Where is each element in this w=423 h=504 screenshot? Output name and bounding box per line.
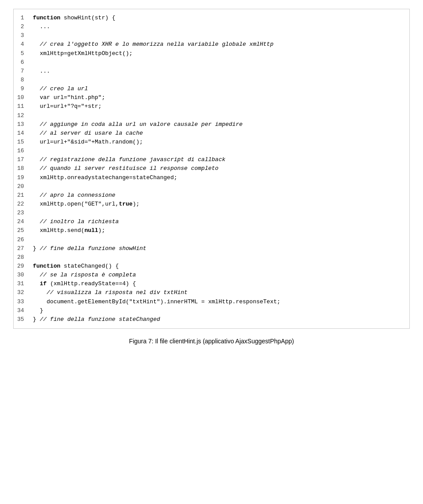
- line-content: }: [31, 306, 409, 315]
- line-content: [31, 209, 409, 217]
- code-line: 23: [14, 209, 409, 217]
- code-line: 16: [14, 147, 409, 155]
- line-content: // apro la connessione: [31, 191, 409, 200]
- empty-lower-area: [13, 345, 410, 504]
- line-number: 10: [14, 93, 31, 102]
- line-number: 19: [14, 173, 31, 182]
- code-line: 28: [14, 253, 409, 262]
- line-content: // crea l'oggetto XHR e lo memorizza nel…: [31, 40, 409, 49]
- line-number: 21: [14, 191, 31, 200]
- code-line: 9 // creo la url: [14, 85, 409, 93]
- line-number: 3: [14, 31, 31, 40]
- code-line: 31 if (xmlHttp.readyState==4) {: [14, 280, 409, 288]
- line-number: 7: [14, 67, 31, 76]
- line-number: 20: [14, 182, 31, 191]
- line-number: 26: [14, 235, 31, 244]
- line-number: 1: [14, 14, 31, 22]
- code-line: 4 // crea l'oggetto XHR e lo memorizza n…: [14, 40, 409, 49]
- line-number: 22: [14, 200, 31, 209]
- code-line: 24 // inoltro la richiesta: [14, 217, 409, 226]
- line-number: 33: [14, 298, 31, 306]
- line-content: [31, 235, 409, 244]
- line-number: 13: [14, 120, 31, 129]
- code-line: 30 // se la risposta è completa: [14, 271, 409, 280]
- line-number: 15: [14, 138, 31, 147]
- code-table: 1function showHint(str) {2 ...3 4 // cre…: [14, 14, 409, 324]
- line-content: [31, 111, 409, 120]
- code-line: 5 xmlHttp=getXmlHttpObject();: [14, 49, 409, 58]
- code-line: 26: [14, 235, 409, 244]
- line-number: 14: [14, 129, 31, 138]
- line-number: 24: [14, 217, 31, 226]
- line-content: } // fine della funzione stateChanged: [31, 315, 409, 324]
- line-content: [31, 76, 409, 85]
- line-number: 18: [14, 164, 31, 173]
- code-line: 21 // apro la connessione: [14, 191, 409, 200]
- line-content: [31, 31, 409, 40]
- line-number: 11: [14, 102, 31, 111]
- code-line: 27} // fine della funzione showHint: [14, 244, 409, 253]
- line-content: // se la risposta è completa: [31, 271, 409, 280]
- figure-caption: Figura 7: Il file clientHint.js (applica…: [13, 338, 410, 345]
- line-content: document.getElementById("txtHint").inner…: [31, 298, 409, 306]
- line-number: 9: [14, 85, 31, 93]
- line-content: xmlHttp=getXmlHttpObject();: [31, 49, 409, 58]
- code-line: 32 // visualizza la risposta nel div txt…: [14, 288, 409, 297]
- code-line: 14 // al server di usare la cache: [14, 129, 409, 138]
- code-line: 34 }: [14, 306, 409, 315]
- code-line: 10 var url="hint.php";: [14, 93, 409, 102]
- line-number: 4: [14, 40, 31, 49]
- line-number: 2: [14, 22, 31, 31]
- code-line: 6: [14, 58, 409, 67]
- code-line: 19 xmlHttp.onreadystatechange=stateChang…: [14, 173, 409, 182]
- line-content: xmlHttp.onreadystatechange=stateChanged;: [31, 173, 409, 182]
- line-content: ...: [31, 22, 409, 31]
- line-content: // inoltro la richiesta: [31, 217, 409, 226]
- code-line: 1function showHint(str) {: [14, 14, 409, 22]
- code-block: 1function showHint(str) {2 ...3 4 // cre…: [13, 9, 410, 329]
- line-number: 12: [14, 111, 31, 120]
- code-line: 7 ...: [14, 67, 409, 76]
- line-number: 32: [14, 288, 31, 297]
- page-container: 1function showHint(str) {2 ...3 4 // cre…: [0, 0, 423, 504]
- line-content: xmlHttp.send(null);: [31, 226, 409, 235]
- line-number: 8: [14, 76, 31, 85]
- code-line: 8: [14, 76, 409, 85]
- line-content: [31, 147, 409, 155]
- line-content: function showHint(str) {: [31, 14, 409, 22]
- line-number: 34: [14, 306, 31, 315]
- line-number: 25: [14, 226, 31, 235]
- code-line: 15 url=url+"&sid="+Math.random();: [14, 138, 409, 147]
- line-content: // al server di usare la cache: [31, 129, 409, 138]
- code-line: 33 document.getElementById("txtHint").in…: [14, 298, 409, 306]
- code-line: 29function stateChanged() {: [14, 262, 409, 271]
- line-number: 28: [14, 253, 31, 262]
- code-line: 17 // registrazione della funzione javas…: [14, 155, 409, 164]
- line-content: [31, 182, 409, 191]
- line-content: [31, 253, 409, 262]
- line-content: ...: [31, 67, 409, 76]
- line-number: 27: [14, 244, 31, 253]
- line-number: 23: [14, 209, 31, 217]
- line-content: var url="hint.php";: [31, 93, 409, 102]
- line-number: 30: [14, 271, 31, 280]
- code-line: 11 url=url+"?q="+str;: [14, 102, 409, 111]
- line-number: 31: [14, 280, 31, 288]
- line-content: // creo la url: [31, 85, 409, 93]
- line-number: 35: [14, 315, 31, 324]
- code-line: 18 // quando il server restituisce il re…: [14, 164, 409, 173]
- line-number: 29: [14, 262, 31, 271]
- code-line: 22 xmlHttp.open("GET",url,true);: [14, 200, 409, 209]
- line-content: [31, 58, 409, 67]
- code-line: 12: [14, 111, 409, 120]
- line-number: 17: [14, 155, 31, 164]
- line-content: url=url+"?q="+str;: [31, 102, 409, 111]
- code-line: 35} // fine della funzione stateChanged: [14, 315, 409, 324]
- code-line: 13 // aggiunge in coda alla url un valor…: [14, 120, 409, 129]
- code-line: 2 ...: [14, 22, 409, 31]
- line-content: // registrazione della funzione javascri…: [31, 155, 409, 164]
- line-content: xmlHttp.open("GET",url,true);: [31, 200, 409, 209]
- line-content: // quando il server restituisce il respo…: [31, 164, 409, 173]
- line-content: // visualizza la risposta nel div txtHin…: [31, 288, 409, 297]
- line-content: // aggiunge in coda alla url un valore c…: [31, 120, 409, 129]
